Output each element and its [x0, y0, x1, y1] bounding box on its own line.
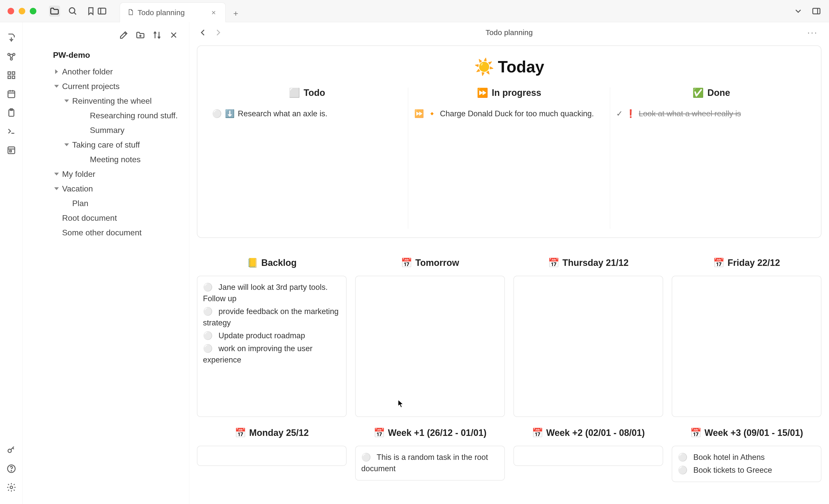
- tree-item[interactable]: My folder: [28, 167, 184, 181]
- titlebar: Todo planning × +: [0, 0, 829, 22]
- import-icon[interactable]: [6, 32, 17, 43]
- page-title: Todo planning: [486, 28, 533, 37]
- nav-forward-button[interactable]: [212, 27, 224, 39]
- tree-item[interactable]: Another folder: [28, 64, 184, 79]
- bookmark-icon[interactable]: [85, 6, 97, 17]
- tab-todo-planning[interactable]: Todo planning ×: [120, 3, 226, 22]
- bucket-title-text: Monday 25/12: [249, 428, 309, 438]
- task-bullet-icon: ⚪: [212, 108, 222, 120]
- task-text: Charge Donald Duck for too much quacking…: [440, 108, 594, 120]
- todo-emoji-icon: ⬜: [289, 87, 300, 98]
- task-item[interactable]: ⚪ Book tickets to Greece: [678, 465, 815, 476]
- bucket-title: 📅Week +2 (02/01 - 08/01): [513, 428, 663, 438]
- task-item[interactable]: ⚪ provide feedback on the marketing stra…: [203, 306, 340, 329]
- bucket-box[interactable]: ⚪ Book hotel in Athens⚪ Book tickets to …: [672, 446, 821, 482]
- svg-point-15: [8, 449, 11, 453]
- task-item[interactable]: ⚪⬇️Research what an axle is.: [212, 108, 402, 120]
- new-folder-icon[interactable]: [135, 30, 146, 40]
- tree-item[interactable]: Reinventing the wheel: [28, 93, 184, 108]
- graph-icon[interactable]: [6, 51, 17, 62]
- task-item[interactable]: ⏩🔸Charge Donald Duck for too much quacki…: [414, 108, 604, 120]
- chevron-down-icon[interactable]: [63, 98, 70, 104]
- kanban-col-done[interactable]: ✅Done ✓❗Look at what a wheel really is: [610, 87, 812, 229]
- grid-icon[interactable]: [6, 70, 17, 81]
- chevron-right-icon[interactable]: [53, 69, 60, 74]
- chevron-down-icon[interactable]: [63, 142, 70, 148]
- calendar-emoji-icon: 📅: [548, 258, 560, 268]
- key-icon[interactable]: [6, 444, 17, 456]
- settings-icon[interactable]: [6, 482, 17, 493]
- task-item[interactable]: ⚪ work on improving the user experience: [203, 343, 340, 366]
- more-menu-button[interactable]: ···: [804, 25, 821, 40]
- task-bullet-icon: ⚪: [203, 331, 213, 340]
- bucket-box[interactable]: [513, 446, 663, 466]
- bucket-box[interactable]: [355, 276, 505, 417]
- minimize-window-button[interactable]: [19, 8, 25, 14]
- collapse-all-icon[interactable]: [168, 30, 179, 40]
- bucket: 📅Week +3 (09/01 - 15/01)⚪ Book hotel in …: [672, 428, 821, 482]
- bucket-box[interactable]: [672, 276, 821, 417]
- task-item[interactable]: ⚪ Book hotel in Athens: [678, 452, 815, 463]
- task-item[interactable]: ⚪ Jane will look at 3rd party tools. Fol…: [203, 282, 340, 305]
- bucket-title-text: Friday 22/12: [727, 258, 780, 268]
- chevron-down-icon[interactable]: [53, 83, 60, 89]
- tree-item-label: My folder: [62, 169, 96, 179]
- calendar-emoji-icon: 📅: [713, 258, 724, 268]
- bucket-title: 📅Monday 25/12: [197, 428, 347, 438]
- bucket-box[interactable]: [197, 446, 347, 466]
- tree-item[interactable]: Root document: [28, 210, 184, 225]
- tree-item[interactable]: Plan: [28, 196, 184, 210]
- close-window-button[interactable]: [8, 8, 14, 14]
- tab-label: Todo planning: [138, 8, 185, 17]
- kanban-col-done-label: Done: [707, 87, 730, 98]
- task-priority-icon: 🔸: [427, 108, 437, 120]
- calendar-emoji-icon: 📅: [401, 258, 412, 268]
- clipboard-icon[interactable]: [6, 107, 17, 118]
- today-calendar-icon[interactable]: [6, 144, 17, 155]
- task-item[interactable]: ⚪ This is a random task in the root docu…: [361, 452, 499, 474]
- folder-icon[interactable]: [49, 6, 60, 17]
- bucket: 📅Monday 25/12: [197, 428, 347, 482]
- toggle-right-panel-icon[interactable]: [811, 6, 822, 17]
- svg-rect-10: [8, 91, 15, 98]
- calendar-emoji-icon: 📒: [247, 258, 258, 268]
- svg-point-0: [69, 8, 75, 13]
- tree-item[interactable]: Current projects: [28, 79, 184, 93]
- help-icon[interactable]: [6, 463, 17, 474]
- bucket-box[interactable]: ⚪ Jane will look at 3rd party tools. Fol…: [197, 276, 347, 417]
- kanban-col-todo[interactable]: ⬜Todo ⚪⬇️Research what an axle is.: [206, 87, 408, 229]
- bucket-box[interactable]: ⚪ This is a random task in the root docu…: [355, 446, 505, 480]
- bucket-title-text: Backlog: [261, 258, 297, 268]
- task-text: This is a random task in the root docume…: [361, 453, 488, 473]
- chevron-down-icon[interactable]: [53, 171, 60, 177]
- fullscreen-window-button[interactable]: [30, 8, 36, 14]
- tree-item[interactable]: Summary: [28, 123, 184, 138]
- task-bullet-icon: ⚪: [203, 307, 213, 316]
- chevron-down-icon[interactable]: [53, 186, 60, 191]
- tree-item[interactable]: Researching round stuff.: [28, 108, 184, 123]
- tab-close-button[interactable]: ×: [209, 7, 218, 18]
- bucket: 📅Tomorrow: [355, 258, 505, 417]
- task-bullet-icon: ⚪: [203, 283, 213, 292]
- task-item[interactable]: ✓❗Look at what a wheel really is: [616, 108, 806, 120]
- nav-back-button[interactable]: [197, 27, 209, 39]
- bucket-title: 📅Week +3 (09/01 - 15/01): [672, 428, 821, 438]
- tree-item[interactable]: Some other document: [28, 225, 184, 240]
- calendar-small-icon[interactable]: [6, 88, 17, 100]
- tree-item[interactable]: Vacation: [28, 181, 184, 196]
- kanban-col-inprogress[interactable]: ⏩In progress ⏩🔸Charge Donald Duck for to…: [408, 87, 610, 229]
- sort-icon[interactable]: [152, 30, 162, 40]
- toggle-sidebar-icon[interactable]: [97, 6, 108, 17]
- new-tab-button[interactable]: +: [230, 7, 242, 20]
- bucket-title-text: Week +2 (02/01 - 08/01): [546, 428, 645, 438]
- tree-item[interactable]: Taking care of stuff: [28, 138, 184, 152]
- search-icon[interactable]: [67, 6, 78, 17]
- svg-point-18: [10, 486, 13, 489]
- new-note-icon[interactable]: [118, 30, 129, 40]
- tree-item[interactable]: Meeting notes: [28, 152, 184, 167]
- chevron-down-icon[interactable]: [793, 6, 804, 17]
- terminal-icon[interactable]: [6, 126, 17, 137]
- svg-rect-7: [12, 72, 15, 74]
- task-item[interactable]: ⚪ Update product roadmap: [203, 330, 340, 342]
- bucket-box[interactable]: [513, 276, 663, 417]
